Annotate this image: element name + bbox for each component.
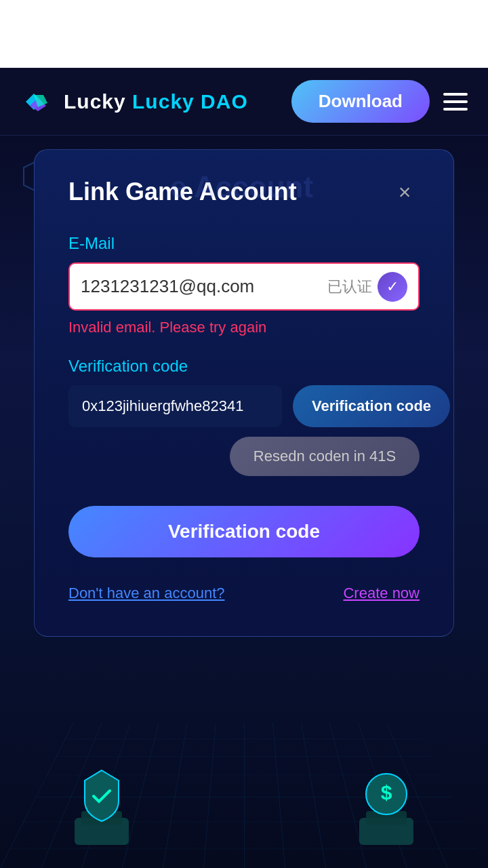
verify-button[interactable]: Verification code xyxy=(68,506,420,557)
modal-close-button[interactable]: × xyxy=(390,177,420,207)
verified-check-icon: ✓ xyxy=(378,272,407,302)
send-code-button[interactable]: Verification code xyxy=(293,385,450,427)
verified-badge: 已认证 ✓ xyxy=(327,272,407,302)
bottom-links: Don't have an account? Create now xyxy=(68,585,420,602)
download-button[interactable]: Download xyxy=(291,80,430,123)
top-white-bar xyxy=(0,0,488,68)
navbar: Lucky Lucky DAO Download xyxy=(0,68,488,136)
checkmark-icon: ✓ xyxy=(386,278,399,296)
modal-title: Link Game Account xyxy=(68,178,297,206)
hamburger-line-1 xyxy=(443,93,468,96)
hamburger-menu[interactable] xyxy=(443,93,468,111)
scene-area: e Account Link Game Account × E-Mail 已认证… xyxy=(0,136,488,868)
create-now-link[interactable]: Create now xyxy=(343,585,420,602)
modal-header: Link Game Account × xyxy=(68,177,420,207)
modal-content: E-Mail 已认证 ✓ Invalid email. Please try a… xyxy=(68,234,420,602)
logo-area: Lucky Lucky DAO xyxy=(20,88,248,115)
logo-text: Lucky Lucky DAO xyxy=(64,90,248,113)
logo-icon xyxy=(20,88,56,115)
grid-background xyxy=(0,723,488,868)
link-game-account-modal: e Account Link Game Account × E-Mail 已认证… xyxy=(34,149,454,637)
verif-code-input[interactable] xyxy=(68,385,282,427)
email-label: E-Mail xyxy=(68,234,420,253)
email-input[interactable] xyxy=(81,264,327,309)
logo-dao-text: Lucky DAO xyxy=(132,90,248,113)
error-message: Invalid email. Please try again xyxy=(68,319,420,336)
resend-info: Resedn coden in 41S xyxy=(230,437,420,476)
no-account-link[interactable]: Don't have an account? xyxy=(68,585,224,602)
email-input-wrapper: 已认证 ✓ xyxy=(68,262,420,311)
verif-label: Verification code xyxy=(68,357,420,376)
nav-right: Download xyxy=(291,80,468,123)
hamburger-line-2 xyxy=(443,100,468,103)
hamburger-line-3 xyxy=(443,108,468,111)
verif-row: Verification code xyxy=(68,385,420,427)
verified-text: 已认证 xyxy=(327,277,372,297)
